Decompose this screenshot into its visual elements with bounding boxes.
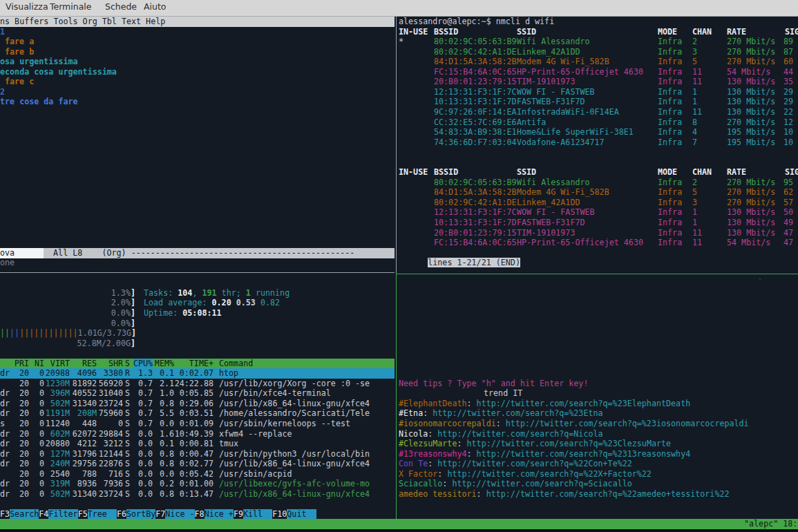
wifi-ssid: HP-Print-65-Officejet 4630 [517, 238, 643, 248]
process-time: 10:49.39 [174, 429, 213, 439]
fkey-f5[interactable]: F5Tree [78, 509, 117, 519]
fkey-f7[interactable]: F7Nice - [155, 509, 194, 519]
cpu-meter-value: 0.0% [111, 319, 131, 328]
process-ni: 0 [29, 469, 44, 479]
trend-name: amedeo tessitori [399, 489, 477, 499]
wifi-col-header: CHAN [692, 167, 712, 178]
process-ni: 0 [29, 388, 44, 399]
process-col-header-ni[interactable]: NI [29, 359, 44, 369]
process-u: dr [0, 368, 11, 379]
process-pri: 20 [11, 459, 29, 469]
trend-url: http://twitter.com/search?q=%23Etna [433, 408, 602, 418]
process-pri: 20 [11, 429, 29, 439]
org-line-text: fare c [5, 77, 34, 86]
wifi-mode: Infra [658, 77, 682, 87]
fkey-f8[interactable]: F8Nice + [195, 509, 234, 519]
process-res: 29756 [70, 459, 97, 469]
pager-status[interactable]: lines 1-21/21 (END) [428, 258, 520, 267]
fkey-label: Quit [287, 509, 316, 519]
menu-item-visualizza[interactable]: Visualizza [6, 2, 48, 12]
process-cmd: /usr/lib/x86_64-linux-gnu/xfce4 [219, 459, 393, 469]
fkey-key: F6 [117, 509, 126, 519]
process-col-header-virt[interactable]: VIRT [44, 359, 70, 369]
process-res: 208M [70, 408, 97, 419]
wifi-rate: 270 Mbit/s [727, 198, 775, 208]
process-col-header-command[interactable]: Command [219, 359, 393, 369]
process-cpu: 0.0 [133, 469, 153, 479]
wifi-rate: 270 Mbit/s [727, 187, 775, 198]
process-col-header-cpu[interactable]: CPU% [133, 359, 153, 369]
tmux-status-bar: "alepc" 18: [0, 519, 798, 529]
fkey-f10[interactable]: F10Quit [272, 509, 316, 519]
meter-bracket: ] [131, 339, 135, 348]
process-ni: 0 [29, 419, 44, 429]
wifi-ssid: Wifi Alessandro [517, 178, 590, 188]
process-virt: 2540 [44, 469, 70, 479]
fkey-label: Kill [243, 509, 272, 519]
wifi-signal: 44 [781, 67, 793, 77]
fkey-f9[interactable]: F9Kill [234, 509, 272, 519]
wifi-chan: 11 [692, 238, 702, 248]
trend-url: http://twitter.com/search?q=%2313reasons… [477, 449, 691, 459]
org-line: 1 [0, 27, 5, 37]
meter-bracket: ] [131, 308, 135, 318]
process-shr: 23724 [97, 489, 123, 500]
org-line: fare b [5, 47, 34, 57]
wifi-rate: 130 Mbit/s [727, 107, 775, 117]
wifi-chan: 1 [692, 207, 697, 218]
process-col-header-s[interactable]: S [125, 359, 133, 369]
pane-border-horizontal-right[interactable] [397, 274, 798, 274]
wifi-bssid: 54:83:3A:B9:38:E1 [434, 127, 517, 137]
wifi-bssid: 80:02:9C:42:A1:DE [434, 47, 517, 57]
pane-border-vertical-top[interactable] [396, 17, 397, 273]
process-res: 4096 [70, 368, 97, 379]
trend-url: http://twitter.com/search?q=%22X+Factor%… [447, 469, 652, 479]
process-virt: 127M [44, 449, 70, 459]
process-res: 8936 [70, 479, 97, 489]
menu-item-terminale[interactable]: Terminale [50, 2, 92, 12]
process-col-header-time+[interactable]: TIME+ [174, 359, 213, 369]
emacs-pane[interactable] [0, 17, 395, 272]
process-cpu: 1.3 [133, 368, 153, 379]
wifi-col-header: SIG [785, 27, 798, 37]
fkey-f6[interactable]: F6SortBy [117, 509, 155, 519]
process-cmd: /usr/bin/xfce4-terminal [219, 388, 393, 399]
mem-meter-value: 1.01G/3.73G [78, 328, 131, 338]
process-cpu: 0.7 [133, 419, 153, 429]
process-row[interactable]: dr2002098840963380R1.30.10:02.07htop [0, 368, 395, 379]
shell-prompt: alessandro@alepc:~$ nmcli d wifi [399, 17, 554, 27]
wifi-rate: 130 Mbit/s [727, 207, 775, 218]
process-pri: 20 [11, 449, 29, 459]
trend-url: http://twitter.com/search?q=%23iosonomar… [506, 419, 749, 428]
wifi-ssid: HP-Print-65-Officejet 4630 [517, 67, 643, 77]
wifi-mode: Infra [658, 137, 682, 148]
emacs-menubar[interactable]: ns Buffers Tools Org Tbl Text Help [0, 17, 395, 27]
fkey-label: Search [10, 509, 39, 519]
mem-pipes-buffers: || [10, 328, 19, 338]
fkey-f4[interactable]: F4Filter [39, 509, 77, 519]
wifi-chan: 3 [692, 47, 697, 57]
menu-item-aiuto[interactable]: Aiuto [144, 2, 167, 12]
emacs-buffer-name: ova [0, 248, 44, 258]
pane-border-horizontal-left[interactable] [0, 272, 395, 273]
fkey-f3[interactable]: F3Search [0, 509, 39, 519]
fkey-key: F4 [39, 509, 48, 519]
process-mem: 0.8 [153, 399, 174, 409]
process-col-header-shr[interactable]: SHR [97, 359, 123, 369]
load-average-line-segment: Load average: [144, 298, 212, 307]
wifi-mode: Infra [658, 117, 682, 128]
trend-name: #ClezsuMarte [399, 439, 457, 448]
menu-item-schede[interactable]: Schede [105, 2, 137, 12]
uptime-line: Uptime: 05:08:11 [144, 308, 222, 319]
process-col-header-res[interactable]: RES [70, 359, 97, 369]
fkey-label: Nice + [205, 509, 234, 519]
process-mem: 0.8 [153, 459, 174, 469]
pane-border-vertical-bottom[interactable] [396, 273, 397, 519]
trend-row: #13reasonswhy4: http://twitter.com/searc… [399, 449, 690, 459]
process-col-header-pri[interactable]: PRI [11, 359, 29, 369]
wifi-chan: 2 [692, 37, 697, 47]
process-col-header-mem[interactable]: MEM% [153, 359, 174, 369]
trend-separator: : [423, 408, 433, 418]
process-s: R [125, 368, 133, 379]
wifi-rate: 270 Mbit/s [727, 37, 775, 47]
